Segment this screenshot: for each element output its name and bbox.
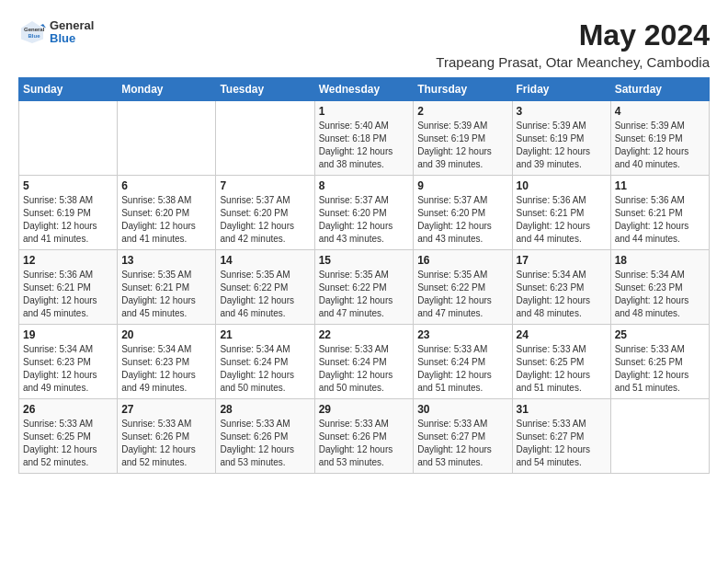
day-details: Sunrise: 5:33 AM Sunset: 6:27 PM Dayligh… <box>417 418 507 469</box>
calendar-header: SundayMondayTuesdayWednesdayThursdayFrid… <box>19 78 710 101</box>
day-number: 27 <box>121 403 211 416</box>
day-number: 16 <box>417 254 507 267</box>
day-cell-4: 4Sunrise: 5:39 AM Sunset: 6:19 PM Daylig… <box>610 101 709 176</box>
day-cell-8: 8Sunrise: 5:37 AM Sunset: 6:20 PM Daylig… <box>314 176 414 250</box>
header-day-saturday: Saturday <box>610 78 709 101</box>
day-cell-7: 7Sunrise: 5:37 AM Sunset: 6:20 PM Daylig… <box>216 176 314 250</box>
day-details: Sunrise: 5:36 AM Sunset: 6:21 PM Dayligh… <box>517 194 607 246</box>
day-cell-9: 9Sunrise: 5:37 AM Sunset: 6:20 PM Daylig… <box>414 176 512 250</box>
day-number: 9 <box>417 179 507 192</box>
day-number: 4 <box>615 105 705 118</box>
day-cell-24: 24Sunrise: 5:33 AM Sunset: 6:25 PM Dayli… <box>512 325 610 399</box>
day-details: Sunrise: 5:35 AM Sunset: 6:21 PM Dayligh… <box>121 269 211 320</box>
day-details: Sunrise: 5:33 AM Sunset: 6:24 PM Dayligh… <box>417 343 507 395</box>
day-number: 25 <box>615 328 705 341</box>
location-subtitle: Trapeang Prasat, Otar Meanchey, Cambodia <box>436 54 710 70</box>
logo-text: General Blue <box>50 19 94 46</box>
day-details: Sunrise: 5:33 AM Sunset: 6:25 PM Dayligh… <box>517 343 607 395</box>
day-details: Sunrise: 5:34 AM Sunset: 6:23 PM Dayligh… <box>517 269 607 320</box>
day-cell-29: 29Sunrise: 5:33 AM Sunset: 6:26 PM Dayli… <box>314 399 414 474</box>
day-number: 23 <box>417 328 507 341</box>
empty-cell <box>19 101 118 176</box>
day-details: Sunrise: 5:39 AM Sunset: 6:19 PM Dayligh… <box>615 120 705 171</box>
svg-marker-0 <box>21 21 43 43</box>
day-number: 2 <box>417 105 507 118</box>
day-number: 22 <box>319 328 410 341</box>
day-number: 3 <box>517 105 607 118</box>
day-number: 29 <box>319 403 410 416</box>
week-row-4: 19Sunrise: 5:34 AM Sunset: 6:23 PM Dayli… <box>19 325 710 399</box>
day-cell-25: 25Sunrise: 5:33 AM Sunset: 6:25 PM Dayli… <box>610 325 709 399</box>
day-details: Sunrise: 5:37 AM Sunset: 6:20 PM Dayligh… <box>417 194 507 246</box>
day-cell-31: 31Sunrise: 5:33 AM Sunset: 6:27 PM Dayli… <box>512 399 610 474</box>
day-number: 10 <box>517 179 607 192</box>
day-number: 31 <box>517 403 607 416</box>
day-cell-22: 22Sunrise: 5:33 AM Sunset: 6:24 PM Dayli… <box>314 325 414 399</box>
logo: General Blue General Blue <box>18 18 94 46</box>
day-details: Sunrise: 5:39 AM Sunset: 6:19 PM Dayligh… <box>417 120 507 171</box>
week-row-2: 5Sunrise: 5:38 AM Sunset: 6:19 PM Daylig… <box>19 176 710 250</box>
day-details: Sunrise: 5:33 AM Sunset: 6:25 PM Dayligh… <box>615 343 705 395</box>
day-number: 14 <box>220 254 310 267</box>
day-details: Sunrise: 5:34 AM Sunset: 6:23 PM Dayligh… <box>121 343 211 395</box>
day-number: 1 <box>319 105 410 118</box>
day-number: 15 <box>319 254 410 267</box>
day-cell-17: 17Sunrise: 5:34 AM Sunset: 6:23 PM Dayli… <box>512 250 610 325</box>
header-day-sunday: Sunday <box>19 78 118 101</box>
day-cell-19: 19Sunrise: 5:34 AM Sunset: 6:23 PM Dayli… <box>19 325 118 399</box>
day-details: Sunrise: 5:34 AM Sunset: 6:24 PM Dayligh… <box>220 343 310 395</box>
day-number: 11 <box>615 179 705 192</box>
day-number: 28 <box>220 403 310 416</box>
day-cell-12: 12Sunrise: 5:36 AM Sunset: 6:21 PM Dayli… <box>19 250 118 325</box>
day-number: 17 <box>517 254 607 267</box>
title-section: May 2024 Trapeang Prasat, Otar Meanchey,… <box>436 18 710 70</box>
header-row: SundayMondayTuesdayWednesdayThursdayFrid… <box>19 78 710 101</box>
day-details: Sunrise: 5:33 AM Sunset: 6:25 PM Dayligh… <box>23 418 113 469</box>
day-details: Sunrise: 5:33 AM Sunset: 6:27 PM Dayligh… <box>517 418 607 469</box>
day-details: Sunrise: 5:33 AM Sunset: 6:26 PM Dayligh… <box>220 418 310 469</box>
day-cell-14: 14Sunrise: 5:35 AM Sunset: 6:22 PM Dayli… <box>216 250 314 325</box>
day-details: Sunrise: 5:33 AM Sunset: 6:26 PM Dayligh… <box>121 418 211 469</box>
day-number: 30 <box>417 403 507 416</box>
day-details: Sunrise: 5:33 AM Sunset: 6:24 PM Dayligh… <box>319 343 410 395</box>
day-cell-5: 5Sunrise: 5:38 AM Sunset: 6:19 PM Daylig… <box>19 176 118 250</box>
day-details: Sunrise: 5:39 AM Sunset: 6:19 PM Dayligh… <box>517 120 607 171</box>
day-cell-6: 6Sunrise: 5:38 AM Sunset: 6:20 PM Daylig… <box>118 176 216 250</box>
day-number: 21 <box>220 328 310 341</box>
day-details: Sunrise: 5:36 AM Sunset: 6:21 PM Dayligh… <box>23 269 113 320</box>
day-details: Sunrise: 5:34 AM Sunset: 6:23 PM Dayligh… <box>615 269 705 320</box>
day-cell-23: 23Sunrise: 5:33 AM Sunset: 6:24 PM Dayli… <box>414 325 512 399</box>
day-cell-21: 21Sunrise: 5:34 AM Sunset: 6:24 PM Dayli… <box>216 325 314 399</box>
header-day-tuesday: Tuesday <box>216 78 314 101</box>
page-header: General Blue General Blue May 2024 Trape… <box>18 18 710 70</box>
day-details: Sunrise: 5:35 AM Sunset: 6:22 PM Dayligh… <box>220 269 310 320</box>
day-cell-15: 15Sunrise: 5:35 AM Sunset: 6:22 PM Dayli… <box>314 250 414 325</box>
week-row-5: 26Sunrise: 5:33 AM Sunset: 6:25 PM Dayli… <box>19 399 710 474</box>
day-details: Sunrise: 5:37 AM Sunset: 6:20 PM Dayligh… <box>319 194 410 246</box>
day-cell-13: 13Sunrise: 5:35 AM Sunset: 6:21 PM Dayli… <box>118 250 216 325</box>
day-details: Sunrise: 5:38 AM Sunset: 6:19 PM Dayligh… <box>23 194 113 246</box>
day-number: 24 <box>517 328 607 341</box>
header-day-thursday: Thursday <box>414 78 512 101</box>
day-details: Sunrise: 5:38 AM Sunset: 6:20 PM Dayligh… <box>121 194 211 246</box>
day-cell-11: 11Sunrise: 5:36 AM Sunset: 6:21 PM Dayli… <box>610 176 709 250</box>
day-number: 18 <box>615 254 705 267</box>
header-day-monday: Monday <box>118 78 216 101</box>
week-row-3: 12Sunrise: 5:36 AM Sunset: 6:21 PM Dayli… <box>19 250 710 325</box>
day-details: Sunrise: 5:35 AM Sunset: 6:22 PM Dayligh… <box>417 269 507 320</box>
day-cell-27: 27Sunrise: 5:33 AM Sunset: 6:26 PM Dayli… <box>118 399 216 474</box>
day-number: 13 <box>121 254 211 267</box>
logo-general: General <box>50 19 94 32</box>
day-details: Sunrise: 5:34 AM Sunset: 6:23 PM Dayligh… <box>23 343 113 395</box>
calendar-body: 1Sunrise: 5:40 AM Sunset: 6:18 PM Daylig… <box>19 101 710 474</box>
day-cell-26: 26Sunrise: 5:33 AM Sunset: 6:25 PM Dayli… <box>19 399 118 474</box>
day-number: 8 <box>319 179 410 192</box>
day-cell-10: 10Sunrise: 5:36 AM Sunset: 6:21 PM Dayli… <box>512 176 610 250</box>
day-details: Sunrise: 5:33 AM Sunset: 6:26 PM Dayligh… <box>319 418 410 469</box>
empty-cell <box>118 101 216 176</box>
empty-cell <box>610 399 709 474</box>
day-number: 12 <box>23 254 113 267</box>
empty-cell <box>216 101 314 176</box>
day-cell-28: 28Sunrise: 5:33 AM Sunset: 6:26 PM Dayli… <box>216 399 314 474</box>
day-details: Sunrise: 5:40 AM Sunset: 6:18 PM Dayligh… <box>319 120 410 171</box>
